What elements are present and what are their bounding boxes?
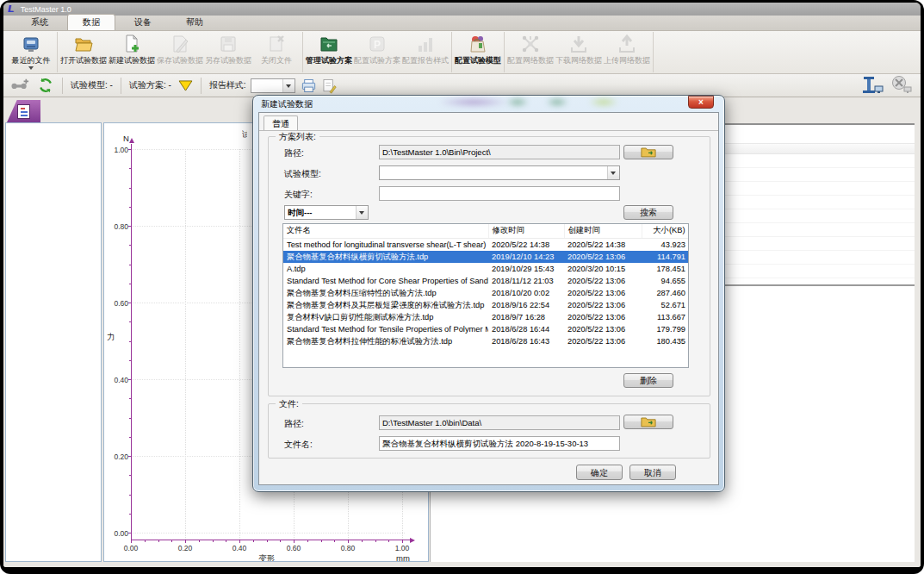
file-row[interactable]: Standard Test Method for Tensile Propert…: [283, 323, 689, 335]
x-minor-tick: [321, 540, 322, 542]
y-minor-tick: [129, 437, 131, 438]
delete-button[interactable]: 删除: [623, 373, 673, 388]
file-name-cell: Test method for longitudinal transverse …: [283, 238, 488, 251]
menu-tab-device[interactable]: 设备: [119, 15, 167, 30]
chevron-down-icon: [282, 79, 295, 92]
modified-time-cell: 2019/12/10 14:23: [488, 251, 564, 263]
dialog-close-button[interactable]: ×: [688, 96, 714, 109]
file-row[interactable]: 聚合物基复合材料纵横剪切试验方法.tdp2019/12/10 14:232020…: [283, 251, 689, 263]
column-header[interactable]: 修改时间: [488, 224, 564, 238]
svg-text:P: P: [374, 39, 381, 51]
configure-test-model-button[interactable]: 配置试验模型: [454, 32, 502, 72]
gridline: [239, 149, 240, 540]
configure-network-data-button: 配置网络数据: [506, 32, 555, 72]
separator: [62, 78, 63, 94]
left-panel: [5, 122, 102, 562]
file-path-field[interactable]: D:\TestMaster 1.0\bin\Data\: [379, 415, 620, 430]
x-tick-label: 0.80: [335, 544, 361, 552]
menu-tab-data[interactable]: 数据: [67, 14, 115, 30]
time-filter-combo[interactable]: 时间---: [284, 205, 369, 220]
machine-online-icon[interactable]: [860, 75, 884, 96]
open-folder-icon: [73, 34, 94, 54]
size-cell: 180.435: [642, 335, 689, 347]
manage-test-plan-button[interactable]: 管理试验方案: [305, 32, 353, 72]
plan-path-field[interactable]: D:\TestMaster 1.0\Bin\Project\: [379, 145, 620, 159]
specimen-add-icon[interactable]: [10, 76, 29, 95]
x-tick-label: 0.00: [118, 544, 144, 552]
x-tick: [294, 540, 295, 543]
browse-file-path-button[interactable]: [623, 415, 673, 429]
dialog-title-bar[interactable]: 新建试验数据 ×: [258, 96, 719, 112]
file-row[interactable]: A.tdp2019/10/29 15:432020/3/20 10:15178.…: [283, 263, 689, 275]
menu-tab-system[interactable]: 系统: [16, 15, 64, 30]
size-cell: 94.655: [642, 275, 689, 287]
modified-time-cell: 2018/10/20 0:02: [488, 287, 564, 299]
y-tick-label: 0.00: [105, 529, 128, 538]
search-button[interactable]: 搜索: [623, 205, 673, 220]
ribbon-button-label: 管理试验方案: [306, 56, 352, 65]
ribbon-button-label: 新建试验数据: [109, 56, 155, 65]
tab-divider: [259, 130, 718, 131]
network-icon: [520, 34, 541, 54]
file-row[interactable]: 聚合物基复合材料拉伸性能的标准试验方法.tdp2018/6/28 16:4320…: [283, 335, 689, 347]
file-group: 文件: 路径: D:\TestMaster 1.0\bin\Data\ 文件名:…: [268, 403, 710, 459]
filter-funnel-icon[interactable]: [178, 80, 193, 91]
created-time-cell: 2020/5/22 13:06: [564, 299, 642, 311]
size-cell: 178.451: [642, 263, 689, 275]
file-row[interactable]: 聚合物基复合材料压缩特性的试验方法.tdp2018/10/20 0:022020…: [283, 287, 689, 299]
file-row[interactable]: Standard Test Method for Core Shear Prop…: [283, 275, 689, 287]
glass-reflection: [439, 97, 508, 107]
document-tab[interactable]: [7, 100, 40, 122]
folder-small-icon: [641, 147, 656, 158]
report-style-label: 报告样式:: [209, 79, 246, 91]
save-as-icon: [218, 34, 239, 54]
report-style-combo[interactable]: [251, 78, 295, 93]
new-test-data-button[interactable]: 新建试验数据: [108, 32, 156, 72]
file-row[interactable]: Test method for longitudinal transverse …: [283, 238, 689, 251]
test-model-combo[interactable]: [379, 165, 620, 180]
file-name-cell: 聚合物基复合材料拉伸性能的标准试验方法.tdp: [283, 335, 488, 347]
machine-offline-icon[interactable]: [890, 75, 914, 96]
browse-plan-path-button[interactable]: [623, 145, 673, 159]
report-check-icon[interactable]: [320, 78, 337, 94]
recent-files-icon: [21, 34, 41, 54]
ribbon-toolbar: 最近的文件打开试验数据新建试验数据保存试验数据另存试验数据关闭文件管理试验方案P…: [3, 31, 921, 74]
recent-files-button[interactable]: 最近的文件: [7, 32, 55, 72]
y-tick-label: 0.20: [105, 452, 128, 461]
ok-button[interactable]: 确定: [576, 465, 623, 480]
title-bar[interactable]: L TestMaster 1.0: [3, 3, 921, 16]
column-header[interactable]: 文件名: [283, 224, 488, 238]
ribbon-button-label: 打开试验数据: [60, 56, 107, 65]
ribbon-button-label: 上传网络数据: [604, 56, 650, 65]
configure-report-style-button: 配置报告样式: [401, 32, 450, 72]
file-name-cell: 聚合物基复合材料纵横剪切试验方法.tdp: [283, 251, 488, 263]
model-label: 试验模型:: [284, 168, 321, 180]
y-minor-tick: [129, 321, 131, 322]
window-title: TestMaster 1.0: [21, 5, 71, 14]
ribbon-group: 管理试验方案P配置试验方案配置报告样式: [303, 32, 452, 72]
app-frame: L TestMaster 1.0 系统数据设备帮助 最近的文件打开试验数据新建试…: [3, 3, 921, 567]
gridline: [185, 149, 186, 540]
keyword-input[interactable]: [379, 186, 620, 201]
file-row[interactable]: 聚合物基复合材料及其层板短梁强度的标准试验方法.tdp2018/9/16 22:…: [283, 299, 689, 311]
file-row[interactable]: 复合材料V缺口剪切性能测试标准方法.tdp2018/9/7 16:282020/…: [283, 311, 689, 323]
filename-input[interactable]: 聚合物基复合材料纵横剪切试验方法 2020-8-19-15-30-13: [379, 436, 620, 451]
ribbon-button-label: 保存试验数据: [157, 56, 203, 65]
open-test-data-button[interactable]: 打开试验数据: [59, 32, 108, 72]
menu-tab-help[interactable]: 帮助: [171, 15, 219, 30]
print-icon[interactable]: [301, 78, 317, 94]
column-header[interactable]: 创建时间: [564, 224, 642, 238]
ribbon-group: 打开试验数据新建试验数据保存试验数据另存试验数据关闭文件: [58, 32, 303, 72]
x-minor-tick: [145, 540, 146, 542]
file-list-table: 文件名修改时间创建时间大小(KB) Test method for longit…: [282, 223, 689, 368]
x-tick-label: 0.40: [226, 544, 252, 552]
tab-general[interactable]: 普通: [264, 115, 298, 131]
x-minor-tick: [226, 540, 226, 542]
column-header[interactable]: 大小(KB): [642, 224, 689, 238]
created-time-cell: 2020/5/22 13:06: [564, 335, 642, 347]
test-plan-status: 试验方案: -: [129, 79, 171, 91]
y-tick: [128, 226, 131, 227]
cancel-button[interactable]: 取消: [629, 465, 676, 480]
x-tick-label: 0.20: [172, 544, 198, 552]
refresh-icon[interactable]: [37, 77, 54, 94]
